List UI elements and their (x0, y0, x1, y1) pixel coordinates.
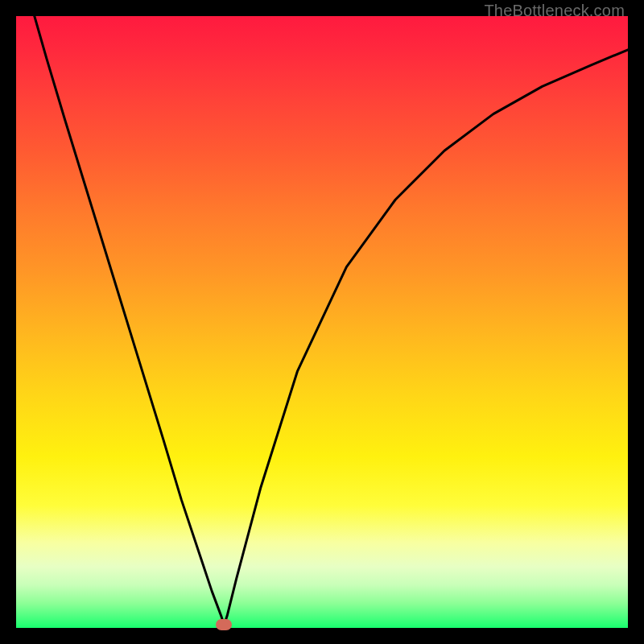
chart-frame (16, 16, 628, 628)
chart-plot-area (16, 16, 628, 628)
chart-marker (216, 619, 232, 630)
watermark-text: TheBottleneck.com (484, 2, 625, 20)
chart-curve (16, 16, 628, 628)
